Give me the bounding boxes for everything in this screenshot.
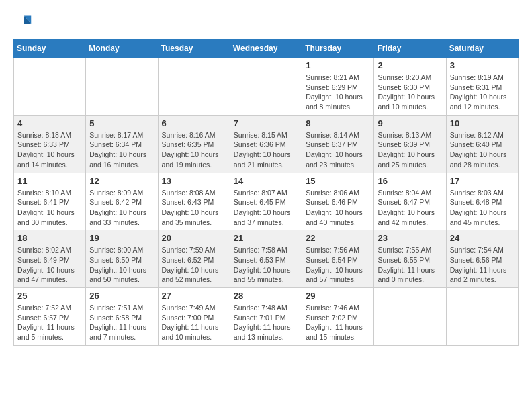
calendar-cell: 29Sunrise: 7:46 AM Sunset: 7:02 PM Dayli… xyxy=(302,288,374,346)
day-number: 15 xyxy=(306,176,370,186)
calendar-cell: 20Sunrise: 7:59 AM Sunset: 6:52 PM Dayli… xyxy=(158,230,230,288)
day-info: Sunrise: 7:46 AM Sunset: 7:02 PM Dayligh… xyxy=(306,303,370,342)
weekday-header-monday: Monday xyxy=(86,40,158,58)
day-number: 24 xyxy=(450,233,515,243)
calendar-cell: 7Sunrise: 8:15 AM Sunset: 6:36 PM Daylig… xyxy=(230,115,302,173)
day-info: Sunrise: 8:00 AM Sunset: 6:50 PM Dayligh… xyxy=(89,245,154,285)
day-info: Sunrise: 7:59 AM Sunset: 6:52 PM Dayligh… xyxy=(162,245,226,285)
day-info: Sunrise: 8:21 AM Sunset: 6:29 PM Dayligh… xyxy=(306,73,370,112)
calendar-cell: 26Sunrise: 7:51 AM Sunset: 6:58 PM Dayli… xyxy=(86,288,158,346)
day-number: 9 xyxy=(378,118,442,128)
day-info: Sunrise: 8:14 AM Sunset: 6:37 PM Dayligh… xyxy=(306,130,370,170)
calendar-cell: 6Sunrise: 8:16 AM Sunset: 6:35 PM Daylig… xyxy=(158,115,230,173)
day-info: Sunrise: 8:13 AM Sunset: 6:39 PM Dayligh… xyxy=(378,130,442,170)
day-number: 17 xyxy=(450,176,515,186)
day-number: 14 xyxy=(234,176,298,186)
day-info: Sunrise: 8:07 AM Sunset: 6:45 PM Dayligh… xyxy=(234,188,298,228)
weekday-header-wednesday: Wednesday xyxy=(230,40,302,58)
day-number: 26 xyxy=(89,291,154,301)
calendar-cell: 18Sunrise: 8:02 AM Sunset: 6:49 PM Dayli… xyxy=(14,230,86,288)
calendar-cell: 21Sunrise: 7:58 AM Sunset: 6:53 PM Dayli… xyxy=(230,230,302,288)
page-header xyxy=(13,13,519,32)
calendar-cell: 9Sunrise: 8:13 AM Sunset: 6:39 PM Daylig… xyxy=(374,115,446,173)
day-info: Sunrise: 8:20 AM Sunset: 6:30 PM Dayligh… xyxy=(378,73,442,112)
calendar-cell: 5Sunrise: 8:17 AM Sunset: 6:34 PM Daylig… xyxy=(86,115,158,173)
day-info: Sunrise: 8:15 AM Sunset: 6:36 PM Dayligh… xyxy=(234,130,298,170)
day-info: Sunrise: 7:49 AM Sunset: 7:00 PM Dayligh… xyxy=(162,303,226,342)
day-info: Sunrise: 8:12 AM Sunset: 6:40 PM Dayligh… xyxy=(450,130,515,170)
calendar-cell: 11Sunrise: 8:10 AM Sunset: 6:41 PM Dayli… xyxy=(14,173,86,230)
day-number: 12 xyxy=(89,176,154,186)
day-info: Sunrise: 8:19 AM Sunset: 6:31 PM Dayligh… xyxy=(450,73,515,112)
calendar-cell xyxy=(446,288,518,346)
calendar-cell: 28Sunrise: 7:48 AM Sunset: 7:01 PM Dayli… xyxy=(230,288,302,346)
day-info: Sunrise: 7:52 AM Sunset: 6:57 PM Dayligh… xyxy=(17,303,82,342)
day-number: 5 xyxy=(89,118,154,128)
day-info: Sunrise: 7:56 AM Sunset: 6:54 PM Dayligh… xyxy=(306,245,370,285)
calendar-cell: 3Sunrise: 8:19 AM Sunset: 6:31 PM Daylig… xyxy=(446,58,518,116)
day-number: 8 xyxy=(306,118,370,128)
day-number: 25 xyxy=(17,291,82,301)
day-info: Sunrise: 8:08 AM Sunset: 6:43 PM Dayligh… xyxy=(162,188,226,228)
day-number: 10 xyxy=(450,118,515,128)
day-number: 22 xyxy=(306,233,370,243)
calendar-cell xyxy=(158,58,230,116)
day-number: 6 xyxy=(162,118,226,128)
calendar-cell xyxy=(86,58,158,116)
calendar-cell: 14Sunrise: 8:07 AM Sunset: 6:45 PM Dayli… xyxy=(230,173,302,230)
day-number: 11 xyxy=(17,176,82,186)
calendar-cell: 15Sunrise: 8:06 AM Sunset: 6:46 PM Dayli… xyxy=(302,173,374,230)
day-number: 4 xyxy=(17,118,82,128)
day-info: Sunrise: 8:03 AM Sunset: 6:48 PM Dayligh… xyxy=(450,188,515,228)
calendar-week-row-5: 25Sunrise: 7:52 AM Sunset: 6:57 PM Dayli… xyxy=(14,288,519,346)
calendar-cell: 24Sunrise: 7:54 AM Sunset: 6:56 PM Dayli… xyxy=(446,230,518,288)
calendar-cell: 12Sunrise: 8:09 AM Sunset: 6:42 PM Dayli… xyxy=(86,173,158,230)
day-number: 23 xyxy=(378,233,442,243)
day-number: 27 xyxy=(162,291,226,301)
calendar-week-row-2: 4Sunrise: 8:18 AM Sunset: 6:33 PM Daylig… xyxy=(14,115,519,173)
day-info: Sunrise: 8:06 AM Sunset: 6:46 PM Dayligh… xyxy=(306,188,370,228)
day-number: 28 xyxy=(234,291,298,301)
calendar-cell: 22Sunrise: 7:56 AM Sunset: 6:54 PM Dayli… xyxy=(302,230,374,288)
logo xyxy=(13,13,35,32)
day-info: Sunrise: 7:58 AM Sunset: 6:53 PM Dayligh… xyxy=(234,245,298,285)
calendar-table: SundayMondayTuesdayWednesdayThursdayFrid… xyxy=(13,39,519,346)
calendar-cell: 19Sunrise: 8:00 AM Sunset: 6:50 PM Dayli… xyxy=(86,230,158,288)
weekday-header-tuesday: Tuesday xyxy=(158,40,230,58)
weekday-header-row: SundayMondayTuesdayWednesdayThursdayFrid… xyxy=(14,40,519,58)
weekday-header-friday: Friday xyxy=(374,40,446,58)
day-info: Sunrise: 8:16 AM Sunset: 6:35 PM Dayligh… xyxy=(162,130,226,170)
day-number: 13 xyxy=(162,176,226,186)
day-number: 1 xyxy=(306,60,370,71)
calendar-cell: 25Sunrise: 7:52 AM Sunset: 6:57 PM Dayli… xyxy=(14,288,86,346)
day-number: 16 xyxy=(378,176,442,186)
weekday-header-sunday: Sunday xyxy=(14,40,86,58)
day-number: 18 xyxy=(17,233,82,243)
calendar-cell xyxy=(230,58,302,116)
logo-icon xyxy=(13,13,32,32)
calendar-week-row-1: 1Sunrise: 8:21 AM Sunset: 6:29 PM Daylig… xyxy=(14,58,519,116)
day-number: 19 xyxy=(89,233,154,243)
calendar-week-row-3: 11Sunrise: 8:10 AM Sunset: 6:41 PM Dayli… xyxy=(14,173,519,230)
calendar-cell: 17Sunrise: 8:03 AM Sunset: 6:48 PM Dayli… xyxy=(446,173,518,230)
day-number: 3 xyxy=(450,60,515,71)
weekday-header-thursday: Thursday xyxy=(302,40,374,58)
calendar-cell: 16Sunrise: 8:04 AM Sunset: 6:47 PM Dayli… xyxy=(374,173,446,230)
calendar-cell: 4Sunrise: 8:18 AM Sunset: 6:33 PM Daylig… xyxy=(14,115,86,173)
day-info: Sunrise: 8:04 AM Sunset: 6:47 PM Dayligh… xyxy=(378,188,442,228)
weekday-header-saturday: Saturday xyxy=(446,40,518,58)
day-info: Sunrise: 7:48 AM Sunset: 7:01 PM Dayligh… xyxy=(234,303,298,342)
calendar-cell: 23Sunrise: 7:55 AM Sunset: 6:55 PM Dayli… xyxy=(374,230,446,288)
day-number: 7 xyxy=(234,118,298,128)
day-number: 20 xyxy=(162,233,226,243)
calendar-cell: 1Sunrise: 8:21 AM Sunset: 6:29 PM Daylig… xyxy=(302,58,374,116)
calendar-cell xyxy=(374,288,446,346)
day-info: Sunrise: 7:51 AM Sunset: 6:58 PM Dayligh… xyxy=(89,303,154,342)
day-info: Sunrise: 8:18 AM Sunset: 6:33 PM Dayligh… xyxy=(17,130,82,170)
day-info: Sunrise: 7:55 AM Sunset: 6:55 PM Dayligh… xyxy=(378,245,442,285)
day-info: Sunrise: 8:10 AM Sunset: 6:41 PM Dayligh… xyxy=(17,188,82,228)
day-info: Sunrise: 8:17 AM Sunset: 6:34 PM Dayligh… xyxy=(89,130,154,170)
calendar-cell: 13Sunrise: 8:08 AM Sunset: 6:43 PM Dayli… xyxy=(158,173,230,230)
calendar-cell: 10Sunrise: 8:12 AM Sunset: 6:40 PM Dayli… xyxy=(446,115,518,173)
day-info: Sunrise: 7:54 AM Sunset: 6:56 PM Dayligh… xyxy=(450,245,515,285)
